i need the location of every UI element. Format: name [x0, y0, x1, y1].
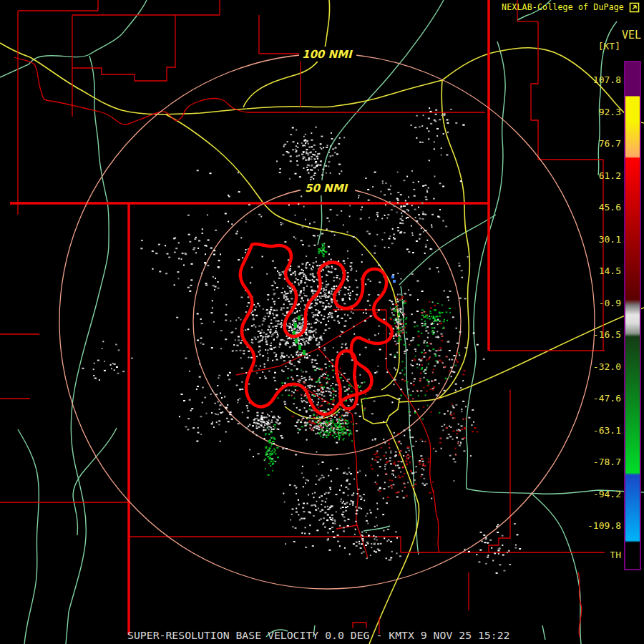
colorbar-tick: -32.0 [564, 361, 621, 374]
attribution-text: NEXLAB-College of DuPage [502, 2, 624, 12]
colorbar-tick: 30.1 [564, 233, 621, 246]
radar-map: 100 NMI 50 NMI [0, 0, 644, 644]
colorbar-tick: 14.5 [564, 265, 621, 278]
colorbar-tick: 76.7 [564, 137, 621, 150]
range-ring-100nmi [59, 54, 595, 589]
ring-label-100nmi: 100 NMI [302, 48, 353, 61]
range-rings-layer [59, 54, 595, 589]
colorbar-tick: 61.2 [564, 170, 621, 182]
colorbar-tick: -94.2 [564, 488, 621, 501]
colorbar-tick: -16.5 [564, 328, 621, 341]
velocity-echoes-layer [82, 107, 522, 574]
colorbar-units: [KT] [598, 41, 620, 52]
colorbar-tick: -63.1 [564, 424, 621, 437]
velocity-colorbar [624, 61, 641, 570]
ring-label-50nmi: 50 NMI [305, 182, 348, 195]
colorbar-title: VEL [622, 29, 641, 42]
colorbar-tick: -78.7 [564, 456, 621, 469]
colorbar-tick: 92.3 [564, 106, 621, 119]
status-bar: SUPER-RESOLUTION BASE VELOCITY 0.0 DEG -… [127, 629, 510, 641]
ring-labels-layer: 100 NMI 50 NMI [299, 47, 356, 195]
colorbar-tick: -0.9 [564, 297, 621, 310]
attribution-link[interactable]: NEXLAB-College of DuPage [502, 2, 624, 12]
colorbar-tick: -109.8 [564, 519, 621, 532]
colorbar-threshold-label: TH [564, 549, 621, 562]
radar-viewer: 100 NMI 50 NMI NEXLAB-College of DuPage … [0, 0, 644, 644]
colorbar-tick: 45.6 [564, 201, 621, 214]
external-link-icon[interactable] [629, 2, 640, 13]
colorbar-tick: 107.8 [564, 74, 621, 87]
colorbar-tick: -47.6 [564, 392, 621, 405]
